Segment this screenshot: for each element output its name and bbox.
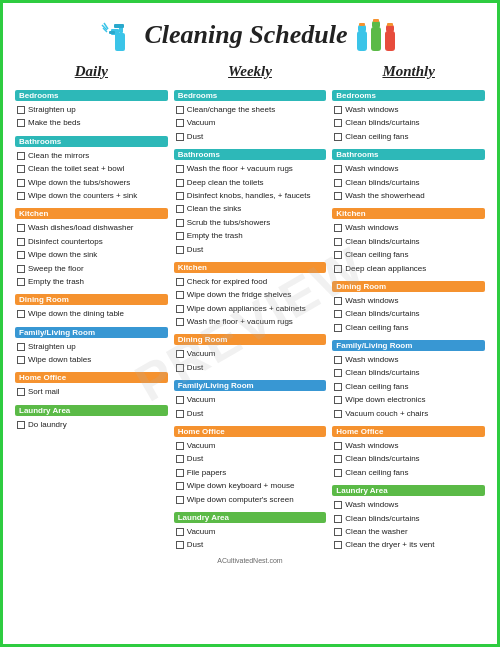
task-label: Wash windows [345, 223, 398, 233]
page: PREVIEW Cleaning Schedule [0, 0, 500, 647]
task-checkbox[interactable] [334, 383, 342, 391]
task-checkbox[interactable] [334, 310, 342, 318]
task-checkbox[interactable] [334, 165, 342, 173]
task-checkbox[interactable] [334, 396, 342, 404]
task-item: Clean the dryer + its vent [332, 540, 485, 550]
task-checkbox[interactable] [176, 442, 184, 450]
task-checkbox[interactable] [334, 369, 342, 377]
task-checkbox[interactable] [334, 265, 342, 273]
task-checkbox[interactable] [17, 192, 25, 200]
task-checkbox[interactable] [176, 165, 184, 173]
task-checkbox[interactable] [334, 356, 342, 364]
task-item: Dust [174, 540, 327, 550]
task-checkbox[interactable] [176, 350, 184, 358]
task-checkbox[interactable] [334, 324, 342, 332]
task-checkbox[interactable] [334, 192, 342, 200]
task-label: Wash the floor + vacuum rugs [187, 317, 293, 327]
task-checkbox[interactable] [176, 469, 184, 477]
task-item: Wipe down the fridge shelves [174, 290, 327, 300]
task-label: Wipe down the sink [28, 250, 97, 260]
task-checkbox[interactable] [176, 396, 184, 404]
task-checkbox[interactable] [17, 343, 25, 351]
task-checkbox[interactable] [176, 364, 184, 372]
task-item: Clean ceiling fans [332, 468, 485, 478]
task-checkbox[interactable] [176, 482, 184, 490]
task-label: Straighten up [28, 105, 76, 115]
task-checkbox[interactable] [176, 291, 184, 299]
task-label: Clean blinds/curtains [345, 237, 419, 247]
task-checkbox[interactable] [334, 297, 342, 305]
task-checkbox[interactable] [334, 106, 342, 114]
task-label: Vacuum [187, 349, 216, 359]
task-label: Wash windows [345, 164, 398, 174]
task-checkbox[interactable] [176, 106, 184, 114]
column-1: WeeklyBedroomsClean/change the sheetsVac… [174, 63, 327, 551]
task-checkbox[interactable] [176, 119, 184, 127]
task-checkbox[interactable] [176, 278, 184, 286]
task-checkbox[interactable] [334, 442, 342, 450]
task-label: Dust [187, 540, 203, 550]
task-label: Wash windows [345, 441, 398, 451]
task-checkbox[interactable] [17, 238, 25, 246]
task-checkbox[interactable] [334, 515, 342, 523]
task-label: Clean blinds/curtains [345, 118, 419, 128]
task-checkbox[interactable] [17, 421, 25, 429]
task-checkbox[interactable] [334, 251, 342, 259]
task-checkbox[interactable] [17, 310, 25, 318]
task-label: Vacuum couch + chairs [345, 409, 428, 419]
task-item: Wash windows [332, 355, 485, 365]
task-checkbox[interactable] [334, 119, 342, 127]
task-checkbox[interactable] [334, 410, 342, 418]
task-checkbox[interactable] [176, 179, 184, 187]
task-item: Dust [174, 409, 327, 419]
task-checkbox[interactable] [17, 278, 25, 286]
task-checkbox[interactable] [176, 192, 184, 200]
task-checkbox[interactable] [17, 152, 25, 160]
task-item: Wipe down keyboard + mouse [174, 481, 327, 491]
task-checkbox[interactable] [176, 496, 184, 504]
task-label: Wash dishes/load dishwasher [28, 223, 134, 233]
task-checkbox[interactable] [334, 133, 342, 141]
task-checkbox[interactable] [17, 179, 25, 187]
task-item: Do laundry [15, 420, 168, 430]
task-item: Clean ceiling fans [332, 132, 485, 142]
task-checkbox[interactable] [176, 205, 184, 213]
task-checkbox[interactable] [334, 469, 342, 477]
task-item: Wash the floor + vacuum rugs [174, 317, 327, 327]
task-checkbox[interactable] [176, 410, 184, 418]
task-checkbox[interactable] [334, 528, 342, 536]
task-label: Deep clean appliances [345, 264, 426, 274]
task-item: Clean the toilet seat + bowl [15, 164, 168, 174]
task-checkbox[interactable] [17, 106, 25, 114]
task-label: Make the beds [28, 118, 80, 128]
task-checkbox[interactable] [17, 224, 25, 232]
task-item: Wipe down tables [15, 355, 168, 365]
task-checkbox[interactable] [17, 251, 25, 259]
task-checkbox[interactable] [334, 179, 342, 187]
task-checkbox[interactable] [176, 133, 184, 141]
task-checkbox[interactable] [176, 219, 184, 227]
task-checkbox[interactable] [176, 528, 184, 536]
cleaning-supplies-icon [355, 13, 399, 57]
section-header-0-2: Kitchen [15, 208, 168, 219]
task-checkbox[interactable] [176, 455, 184, 463]
task-item: Wipe down the counters + sink [15, 191, 168, 201]
task-checkbox[interactable] [176, 305, 184, 313]
task-checkbox[interactable] [176, 541, 184, 549]
task-checkbox[interactable] [176, 232, 184, 240]
task-checkbox[interactable] [17, 265, 25, 273]
task-label: Clean ceiling fans [345, 382, 408, 392]
task-checkbox[interactable] [334, 541, 342, 549]
task-checkbox[interactable] [17, 356, 25, 364]
task-checkbox[interactable] [17, 165, 25, 173]
task-checkbox[interactable] [17, 119, 25, 127]
task-checkbox[interactable] [17, 388, 25, 396]
task-checkbox[interactable] [334, 501, 342, 509]
task-checkbox[interactable] [176, 246, 184, 254]
task-checkbox[interactable] [334, 455, 342, 463]
task-checkbox[interactable] [334, 224, 342, 232]
task-item: Wash dishes/load dishwasher [15, 223, 168, 233]
task-label: Clean blinds/curtains [345, 368, 419, 378]
task-checkbox[interactable] [334, 238, 342, 246]
task-checkbox[interactable] [176, 318, 184, 326]
